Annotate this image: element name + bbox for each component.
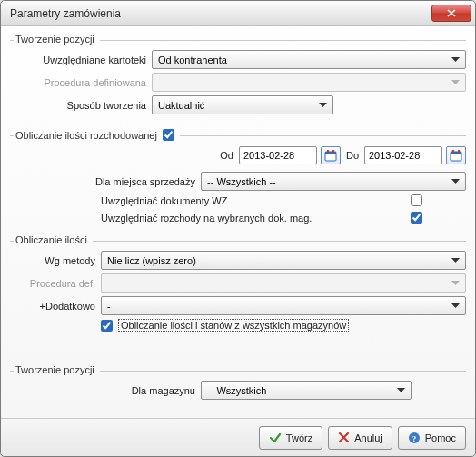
combo-procedura-def-2 [101, 273, 466, 293]
chevron-down-icon [448, 303, 463, 309]
checkbox-wz[interactable] [411, 194, 422, 206]
svg-rect-2 [327, 150, 329, 153]
label-date-to: Do [344, 150, 361, 161]
create-button[interactable]: Twórz [259, 426, 322, 450]
input-date-to[interactable]: 2013-02-28 [364, 146, 442, 164]
cancel-button[interactable]: Anuluj [328, 426, 392, 450]
chevron-down-icon [448, 179, 463, 184]
button-date-from-picker[interactable] [321, 146, 341, 164]
combo-dodatkowo[interactable]: - [101, 296, 466, 315]
combo-miejsce-sprzedazy[interactable]: -- Wszystkich -- [201, 172, 466, 191]
close-icon [447, 9, 456, 17]
calendar-icon [324, 150, 337, 162]
label-sposob-tworzenia: Sposób tworzenia [10, 100, 152, 111]
group-tworzenie-pozycji-2: Tworzenie pozycji Dla magazynu -- Wszyst… [10, 364, 466, 403]
combo-procedura-def-1 [152, 73, 466, 92]
group-title: Obliczanie ilości rozchodowanej [15, 130, 157, 141]
button-date-to-picker[interactable] [446, 146, 466, 164]
svg-rect-5 [451, 152, 461, 154]
label-dodatkowo: +Dodatkowo [10, 301, 101, 312]
dialog-window: Parametry zamówienia Tworzenie pozycji U… [0, 0, 476, 457]
combo-sposob-tworzenia[interactable]: Uaktualnić [152, 95, 333, 114]
group-obliczanie-rozchodowanej: Obliczanie ilości rozchodowanej Od 2013-… [10, 129, 466, 229]
chevron-down-icon [393, 388, 409, 393]
svg-rect-6 [452, 150, 454, 153]
content-area: Tworzenie pozycji Uwzględniane kartoteki… [1, 26, 475, 418]
group-title: Obliczanie ilości [15, 234, 87, 245]
input-date-from[interactable]: 2013-02-28 [239, 146, 317, 164]
svg-rect-3 [332, 150, 334, 153]
label-dla-magazynu: Dla magazynu [10, 385, 201, 396]
label-date-from: Od [218, 150, 235, 161]
group-title: Tworzenie pozycji [15, 34, 94, 45]
group-obliczanie-ilosci: Obliczanie ilości Wg metody Nie licz (wp… [10, 234, 466, 335]
checkbox-obliczanie-rozchod-enable[interactable] [163, 129, 174, 141]
checkbox-all-stocks[interactable] [101, 320, 113, 332]
label-wg-metody: Wg metody [10, 255, 101, 266]
label-all-stocks[interactable]: Obliczanie ilości i stanów z wszystkich … [118, 319, 349, 332]
combo-kartoteki[interactable]: Od kontrahenta [152, 50, 466, 69]
group-title: Tworzenie pozycji [15, 364, 94, 375]
svg-rect-7 [458, 150, 460, 153]
help-button[interactable]: ? Pomoc [398, 426, 466, 450]
titlebar: Parametry zamówienia [1, 1, 475, 26]
label-procedura-def-2: Procedura def. [10, 278, 101, 289]
label-rozchody-mag: Uwzględniać rozchody na wybranych dok. m… [101, 213, 312, 224]
label-miejsce-sprzedazy: Dla miejsca sprzedaży [10, 176, 201, 187]
footer-buttons: Twórz Anuluj ? Pomoc [1, 418, 475, 456]
calendar-icon [450, 150, 462, 162]
label-uwzgledniane-kartoteki: Uwzględniane kartoteki [10, 55, 152, 65]
chevron-down-icon [448, 57, 463, 63]
chevron-down-icon [448, 258, 463, 263]
checkbox-rozchody-mag[interactable] [411, 212, 422, 224]
check-icon [269, 432, 282, 444]
help-icon: ? [408, 432, 421, 444]
group-tworzenie-pozycji: Tworzenie pozycji Uwzględniane kartoteki… [10, 34, 466, 118]
chevron-down-icon [315, 103, 331, 108]
close-button[interactable] [431, 5, 471, 22]
combo-dla-magazynu[interactable]: -- Wszystkich -- [201, 381, 412, 400]
svg-text:?: ? [412, 433, 417, 442]
chevron-down-icon [448, 281, 463, 286]
cancel-icon [338, 432, 350, 443]
combo-wg-metody[interactable]: Nie licz (wpisz zero) [101, 251, 466, 270]
label-procedura-definiowana: Procedura definiowana [10, 77, 152, 88]
label-wz: Uwzględniać dokumenty WZ [101, 195, 227, 206]
chevron-down-icon [448, 80, 463, 85]
window-title: Parametry zamówienia [10, 7, 431, 20]
svg-rect-1 [325, 152, 336, 154]
